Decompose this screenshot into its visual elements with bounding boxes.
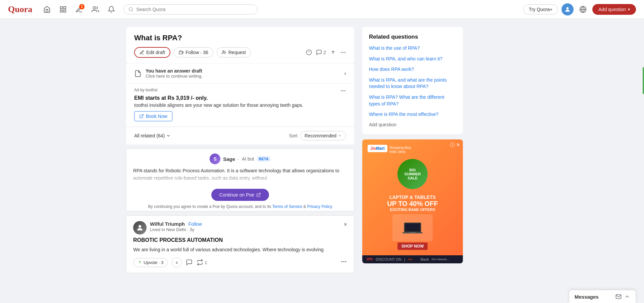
- quora-logo[interactable]: Quora: [8, 4, 32, 14]
- related-question-5[interactable]: What is RPA? What are the different type…: [369, 94, 456, 107]
- svg-point-29: [341, 261, 342, 262]
- request-icon: [222, 50, 226, 55]
- answer-title: ROBOTIC PROCESS AUTOMATION: [133, 237, 347, 243]
- ad-title: EMI starts at Rs 3,019 /- only.: [134, 95, 346, 101]
- sage-fade: [126, 171, 354, 185]
- main-layout: What is RPA? Edit draft Follow · 36 Requ…: [121, 19, 523, 281]
- sidebar-ad-banner: JioMart Shopping Aisa, India Jaisa BIG S…: [362, 139, 463, 263]
- nav-icons: 1: [40, 3, 118, 16]
- answer-share-button[interactable]: 1: [197, 259, 207, 266]
- answer-badge: 1: [79, 4, 85, 9]
- summer-sale-badge: BIG SUMMER SALE: [397, 159, 428, 189]
- external-link-poe-icon: [256, 192, 261, 197]
- svg-line-24: [141, 115, 143, 117]
- sage-name: Sage: [223, 156, 235, 162]
- recommended-sort-button[interactable]: Recommended: [300, 131, 346, 140]
- add-question-button[interactable]: Add question ▾: [592, 4, 636, 15]
- author-name[interactable]: Wilful Triumph: [150, 221, 185, 227]
- search-bar[interactable]: [123, 4, 258, 14]
- info-button[interactable]: [306, 49, 312, 55]
- edit-draft-button[interactable]: Edit draft: [134, 47, 170, 58]
- try-plus-button[interactable]: Try Quora+: [523, 4, 558, 14]
- messages-bar[interactable]: Messages: [569, 290, 636, 303]
- scroll-indicator[interactable]: [643, 67, 644, 94]
- author-avatar-image: [133, 221, 147, 234]
- sidebar-add-question-button[interactable]: Add question: [369, 122, 456, 127]
- book-now-button[interactable]: Book Now: [134, 111, 172, 121]
- more-icon: [340, 49, 346, 55]
- downvote-answer-button[interactable]: [172, 257, 182, 267]
- related-question-6[interactable]: Where is RPA the most effective?: [369, 111, 456, 118]
- ad-footer-bar: 10% DISCOUNT ON | ICICI Bank 0% interest…: [362, 255, 463, 263]
- sidebar-ad-inner: JioMart Shopping Aisa, India Jaisa BIG S…: [362, 139, 463, 255]
- sage-beta-badge: BETA: [257, 156, 271, 162]
- request-button[interactable]: Request: [217, 47, 251, 57]
- sort-group: Sort Recommended: [289, 131, 346, 140]
- related-question-4[interactable]: What is RPA, and what are the points nee…: [369, 77, 456, 90]
- answer-header: Wilful Triumph Follow Lived in New Delhi…: [133, 221, 347, 234]
- ad-more-button[interactable]: [340, 88, 346, 95]
- author-meta: Lived in New Delhi · 3y: [150, 227, 202, 232]
- sage-header: S Sage · AI bot BETA: [126, 149, 354, 167]
- question-card: What is RPA? Edit draft Follow · 36 Requ…: [126, 27, 354, 63]
- privacy-policy-link[interactable]: Privacy Policy: [307, 204, 332, 209]
- all-related-button[interactable]: All related (64): [134, 133, 171, 138]
- ad-card: Ad by toothsi EMI starts at Rs 3,019 /- …: [126, 83, 354, 127]
- jiomart-logo: JioMart: [368, 145, 387, 152]
- svg-point-20: [345, 52, 345, 53]
- author-avatar: [133, 221, 147, 234]
- answer-comment-icon: [186, 259, 193, 266]
- author-follow-link[interactable]: Follow: [188, 221, 202, 227]
- draft-icon: [134, 70, 142, 77]
- svg-rect-0: [60, 6, 62, 8]
- search-input[interactable]: [136, 7, 253, 12]
- feed-nav-button[interactable]: [56, 3, 70, 16]
- edit-icon: [140, 50, 144, 55]
- continue-poe-button[interactable]: Continue on Poe: [211, 189, 269, 201]
- svg-point-26: [139, 225, 141, 228]
- svg-point-31: [345, 261, 346, 262]
- user-avatar[interactable]: [561, 3, 574, 15]
- answer-close-button[interactable]: ×: [343, 221, 347, 228]
- related-question-2[interactable]: What is RPA, and who can learn it?: [369, 56, 456, 62]
- answer-more-button[interactable]: [340, 258, 347, 267]
- ad-description: toothsi invisible aligners are your new …: [134, 102, 346, 108]
- messages-icons: [615, 294, 630, 300]
- ad-info-icon[interactable]: ⓘ: [450, 142, 455, 148]
- upvote-button[interactable]: Upvote · 3: [133, 258, 168, 267]
- language-button[interactable]: [577, 3, 589, 15]
- answer-more-icon: [340, 258, 347, 265]
- notifications-nav-button[interactable]: [105, 3, 118, 16]
- related-question-1[interactable]: What is the use of RPA?: [369, 45, 456, 52]
- related-questions-title: Related questions: [369, 34, 456, 40]
- svg-point-18: [341, 52, 342, 53]
- draft-chevron-icon: ›: [344, 70, 346, 77]
- more-options-button[interactable]: [340, 49, 346, 55]
- spaces-nav-button[interactable]: [89, 3, 102, 16]
- svg-rect-35: [409, 232, 416, 233]
- question-action-right: 2: [306, 49, 346, 55]
- answer-nav-button[interactable]: 1: [72, 3, 86, 16]
- terms-of-service-link[interactable]: Terms of Service: [272, 204, 302, 209]
- collapse-messages-icon[interactable]: [624, 294, 630, 300]
- compose-message-icon[interactable]: [615, 294, 622, 300]
- home-nav-button[interactable]: [40, 3, 54, 16]
- ad-close-icon[interactable]: ✕: [456, 142, 460, 147]
- ad-more-icon: [340, 88, 346, 94]
- ad-label: Ad by toothsi: [134, 88, 157, 92]
- related-question-3[interactable]: How does RPA work?: [369, 66, 456, 73]
- answer-actions: Upvote · 3 1: [133, 257, 347, 267]
- svg-point-23: [345, 90, 345, 91]
- draft-banner[interactable]: You have an answer draft Click here to c…: [126, 63, 354, 83]
- comment-button[interactable]: 2: [316, 49, 326, 55]
- navbar-right: Try Quora+ Add question ▾: [523, 3, 636, 15]
- messages-label: Messages: [575, 294, 599, 300]
- related-questions-card: Related questions What is the use of RPA…: [362, 27, 463, 134]
- svg-point-22: [343, 90, 343, 91]
- answer-comment-button[interactable]: [186, 259, 193, 266]
- follow-button[interactable]: Follow · 36: [174, 47, 213, 57]
- svg-point-6: [567, 7, 569, 9]
- downvote-button[interactable]: [330, 49, 336, 55]
- info-icon: [306, 49, 312, 55]
- shop-now-button[interactable]: SHOP NOW: [397, 243, 428, 250]
